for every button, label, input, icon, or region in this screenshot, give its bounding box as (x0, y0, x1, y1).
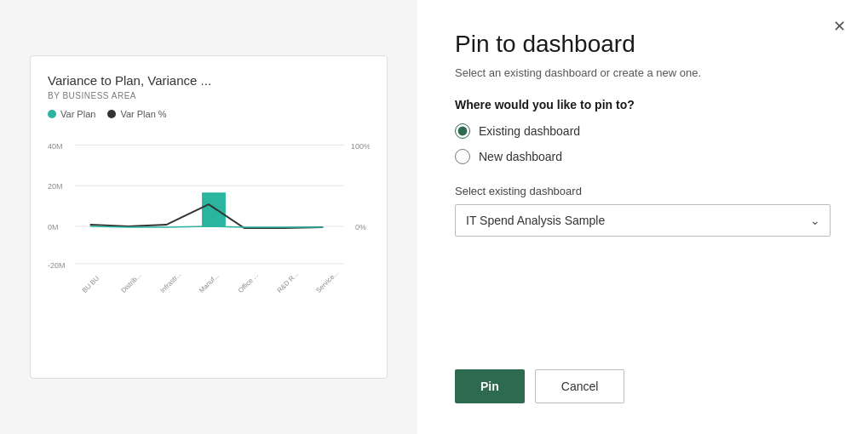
chart-legend: Var Plan Var Plan % (48, 109, 370, 119)
dialog-subtitle: Select an existing dashboard or create a… (455, 66, 831, 79)
svg-text:40M: 40M (48, 142, 62, 151)
svg-text:0M: 0M (48, 223, 58, 231)
close-button[interactable]: ✕ (830, 15, 849, 37)
pin-location-label: Where would you like to pin to? (455, 98, 831, 111)
legend-label-var-plan: Var Plan (60, 109, 95, 119)
radio-new-text: New dashboard (479, 150, 562, 163)
legend-item-var-plan: Var Plan (48, 109, 95, 119)
chart-svg: 40M 20M 0M -20M 100% 0% (48, 128, 370, 332)
radio-existing-label[interactable]: Existing dashboard (455, 123, 831, 139)
radio-new-label[interactable]: New dashboard (455, 149, 831, 164)
svg-text:100%: 100% (351, 142, 370, 151)
dialog-title: Pin to dashboard (455, 31, 831, 58)
svg-text:Office ...: Office ... (237, 271, 260, 294)
dialog-overlay: Variance to Plan, Variance ... BY BUSINE… (0, 0, 868, 434)
legend-dot-var-plan (48, 110, 56, 118)
radio-existing-text: Existing dashboard (479, 124, 580, 138)
pin-dialog-panel: ✕ Pin to dashboard Select an existing da… (417, 0, 868, 434)
radio-new[interactable] (455, 149, 470, 164)
chart-area: 40M 20M 0M -20M 100% 0% (48, 128, 370, 332)
pin-button[interactable]: Pin (455, 369, 525, 403)
svg-text:20M: 20M (48, 182, 62, 191)
svg-text:Service...: Service... (314, 269, 340, 294)
cancel-button[interactable]: Cancel (535, 369, 625, 403)
svg-text:-20M: -20M (48, 261, 65, 270)
bar-manuf (202, 192, 226, 226)
radio-existing[interactable] (455, 123, 470, 139)
chart-preview-panel: Variance to Plan, Variance ... BY BUSINE… (0, 0, 417, 434)
svg-text:R&D R...: R&D R... (276, 271, 301, 295)
chart-subtitle: BY BUSINESS AREA (48, 91, 370, 100)
dashboard-select[interactable]: IT Spend Analysis Sample (455, 204, 831, 237)
dropdown-wrapper: IT Spend Analysis Sample ⌄ (455, 204, 831, 237)
dropdown-label: Select existing dashboard (455, 185, 831, 197)
chart-card: Variance to Plan, Variance ... BY BUSINE… (30, 55, 388, 379)
chart-title: Variance to Plan, Variance ... (48, 73, 370, 88)
svg-text:0%: 0% (355, 223, 366, 231)
radio-group: Existing dashboard New dashboard (455, 123, 831, 164)
action-buttons: Pin Cancel (455, 369, 831, 403)
svg-text:Infrastr...: Infrastr... (158, 271, 182, 294)
svg-text:Distrib...: Distrib... (120, 271, 143, 294)
svg-text:Manuf...: Manuf... (198, 271, 221, 294)
svg-text:BU BU: BU BU (81, 274, 101, 294)
legend-dot-var-plan-pct (107, 110, 116, 118)
legend-label-var-plan-pct: Var Plan % (120, 109, 166, 119)
legend-item-var-plan-pct: Var Plan % (107, 109, 166, 119)
